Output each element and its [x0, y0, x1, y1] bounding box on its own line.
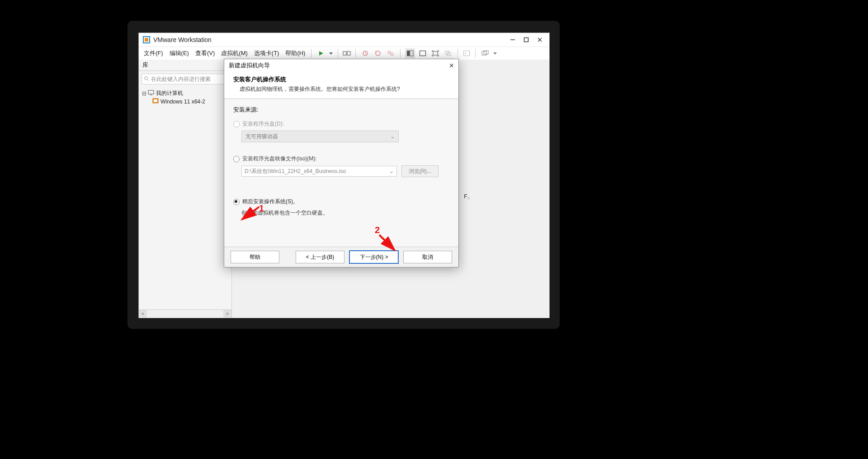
app-title: VMware Workstation: [153, 36, 509, 43]
console-icon[interactable]: [462, 48, 472, 58]
vmware-main-window: VMware Workstation 文件(F) 编辑(E) 查看(V) 虚拟机…: [138, 33, 550, 318]
sidebar-header: 库 ×: [139, 60, 231, 71]
svg-rect-28: [148, 90, 154, 94]
tree-vm-windows11[interactable]: Windows 11 x64-2: [139, 98, 231, 105]
install-later-description: 创建的虚拟机将包含一个空白硬盘。: [241, 209, 449, 217]
chevron-down-icon: ⌄: [389, 168, 394, 174]
view-single-icon[interactable]: [418, 48, 428, 58]
unity-icon[interactable]: [443, 48, 453, 58]
content-area: 库 × 在此处键入内容进行搜索 ⊟ 我的计算机 Windows 11 x64-2: [139, 60, 549, 318]
svg-rect-9: [347, 52, 350, 55]
tree-root-my-computer[interactable]: ⊟ 我的计算机: [139, 89, 231, 98]
svg-point-15: [391, 53, 393, 56]
wizard-footer: 帮助 < 上一步(B) 下一步(N) > 取消: [224, 247, 458, 267]
close-button[interactable]: [536, 36, 544, 44]
background-text-fragment: F。: [464, 192, 473, 201]
search-icon: [144, 76, 149, 83]
svg-line-27: [147, 80, 149, 81]
separator: [355, 49, 356, 58]
svg-marker-7: [329, 52, 333, 55]
sidebar-title: 库: [142, 61, 148, 69]
svg-point-14: [388, 51, 391, 54]
install-source-label: 安装来源:: [233, 106, 449, 114]
radio-iso-label: 安装程序光盘映像文件(iso)(M):: [242, 155, 317, 163]
svg-rect-31: [154, 99, 157, 102]
new-vm-wizard-dialog: 新建虚拟机向导 × 安装客户机操作系统 虚拟机如同物理机，需要操作系统。您将如何…: [224, 59, 459, 267]
stretch-icon[interactable]: [480, 48, 490, 58]
separator: [475, 49, 476, 58]
titlebar[interactable]: VMware Workstation: [139, 33, 549, 47]
vm-icon: [152, 98, 159, 105]
menu-view[interactable]: 查看(V): [192, 49, 218, 57]
disc-none-label: 无可用驱动器: [245, 133, 278, 141]
svg-rect-17: [410, 51, 413, 56]
svg-rect-8: [343, 52, 346, 55]
play-icon[interactable]: [316, 48, 326, 58]
svg-line-12: [365, 53, 367, 54]
tree-vm-label: Windows 11 x64-2: [160, 98, 205, 105]
snapshot-take-icon[interactable]: [360, 48, 370, 58]
dropdown-icon[interactable]: [329, 48, 333, 58]
svg-rect-18: [420, 51, 426, 56]
wizard-body: 安装来源: 安装程序光盘(D): 无可用驱动器 ⌄ 安装程序光盘映像文件(iso…: [224, 99, 458, 247]
snapshot-revert-icon[interactable]: [373, 48, 383, 58]
sidebar-scrollbar[interactable]: < >: [139, 309, 231, 318]
next-button[interactable]: 下一步(N) >: [349, 250, 399, 264]
wizard-close-icon[interactable]: ×: [449, 61, 454, 70]
scroll-right-icon[interactable]: >: [223, 310, 231, 318]
radio-icon-selected[interactable]: [233, 199, 240, 205]
back-button[interactable]: < 上一步(B): [296, 251, 344, 263]
radio-installer-iso[interactable]: 安装程序光盘映像文件(iso)(M):: [233, 155, 449, 163]
disc-drive-dropdown: 无可用驱动器 ⌄: [241, 131, 399, 142]
menu-vm[interactable]: 虚拟机(M): [218, 49, 251, 57]
menu-tabs[interactable]: 选项卡(T): [251, 49, 283, 57]
svg-point-26: [145, 76, 148, 80]
minimize-button[interactable]: [509, 36, 517, 44]
radio-icon: [233, 121, 240, 127]
cancel-button[interactable]: 取消: [403, 251, 452, 263]
radio-icon[interactable]: [233, 156, 240, 162]
svg-marker-6: [319, 51, 323, 56]
wizard-title: 新建虚拟机向导: [229, 61, 270, 70]
menu-file[interactable]: 文件(F): [141, 49, 166, 57]
maximize-button[interactable]: [522, 36, 530, 44]
tree-root-label: 我的计算机: [156, 89, 183, 97]
svg-rect-22: [464, 51, 470, 56]
fullscreen-icon[interactable]: [430, 48, 440, 58]
wizard-heading: 安装客户机操作系统: [233, 75, 449, 84]
radio-installer-disc: 安装程序光盘(D):: [233, 120, 449, 128]
library-sidebar: 库 × 在此处键入内容进行搜索 ⊟ 我的计算机 Windows 11 x64-2: [139, 60, 232, 318]
separator: [338, 49, 338, 58]
chevron-down-icon: ⌄: [390, 133, 395, 140]
scroll-left-icon[interactable]: <: [139, 310, 147, 318]
radio-later-label: 稍后安装操作系统(S)。: [242, 198, 298, 206]
svg-marker-25: [493, 52, 497, 55]
wizard-subheading: 虚拟机如同物理机，需要操作系统。您将如何安装客户机操作系统?: [233, 85, 449, 93]
svg-rect-3: [524, 38, 528, 42]
window-controls: [509, 36, 547, 44]
iso-path-input[interactable]: D:\系统包\Win11_22H2_x64_Business.iso ⌄: [241, 166, 397, 177]
vm-tree: ⊟ 我的计算机 Windows 11 x64-2: [139, 87, 231, 309]
menu-edit[interactable]: 编辑(E): [166, 49, 192, 57]
main-pane: F。 新建虚拟机向导 × 安装客户机操作系统 虚拟机如同物理机，需要操作系统。您…: [232, 60, 549, 318]
browse-button: 浏览(R)...: [401, 165, 439, 177]
svg-rect-1: [145, 38, 148, 42]
svg-rect-16: [407, 51, 410, 56]
dropdown-icon[interactable]: [493, 48, 497, 58]
search-input[interactable]: 在此处键入内容进行搜索: [142, 74, 229, 84]
view-console-icon[interactable]: [405, 48, 415, 58]
search-placeholder: 在此处键入内容进行搜索: [151, 75, 211, 83]
svg-rect-23: [482, 52, 486, 55]
separator: [311, 49, 311, 58]
menubar: 文件(F) 编辑(E) 查看(V) 虚拟机(M) 选项卡(T) 帮助(H): [139, 47, 549, 60]
usb-icon[interactable]: [342, 48, 352, 58]
separator: [400, 49, 401, 58]
wizard-titlebar[interactable]: 新建虚拟机向导 ×: [224, 59, 458, 72]
svg-rect-19: [433, 52, 438, 55]
help-button[interactable]: 帮助: [231, 251, 279, 263]
menu-help[interactable]: 帮助(H): [282, 49, 308, 57]
vmware-icon: [142, 36, 151, 44]
radio-install-later[interactable]: 稍后安装操作系统(S)。: [233, 198, 449, 206]
snapshot-manager-icon[interactable]: [386, 48, 396, 58]
tree-collapse-icon[interactable]: ⊟: [142, 90, 147, 97]
